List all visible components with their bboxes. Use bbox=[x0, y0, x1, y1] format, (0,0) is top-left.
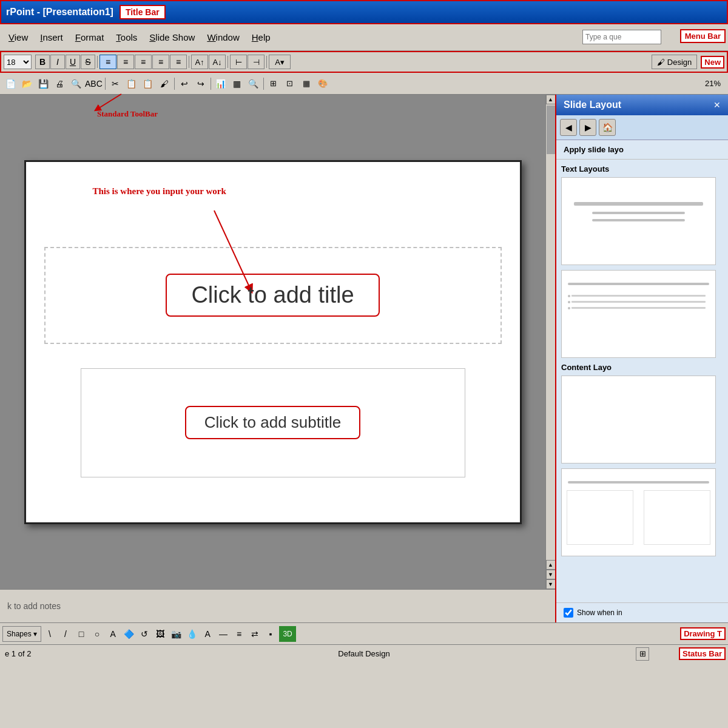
apply-layout-label: Apply slide layo bbox=[556, 140, 728, 160]
slide-panel: This is where you input your work bbox=[0, 95, 555, 622]
slide-canvas[interactable]: This is where you input your work bbox=[24, 160, 522, 524]
save-button[interactable]: 💾 bbox=[35, 76, 51, 92]
status-bar: e 1 of 2 Default Design ⊞ Status Bar bbox=[0, 644, 728, 662]
arrow-tool-button[interactable]: / bbox=[58, 626, 73, 642]
shadow-button[interactable]: ▪ bbox=[263, 626, 278, 642]
print-preview-button[interactable]: 🔍 bbox=[68, 76, 84, 92]
menu-item-help[interactable]: Help bbox=[246, 30, 277, 45]
bold-button[interactable]: B bbox=[35, 55, 50, 69]
insert-table-button[interactable]: ▦ bbox=[229, 76, 245, 92]
decrease-font-button[interactable]: A↓ bbox=[209, 55, 226, 69]
font-color-draw-button[interactable]: A bbox=[200, 626, 215, 642]
justify-button[interactable]: ≡ bbox=[152, 55, 169, 69]
scroll-up-small[interactable]: ▲ bbox=[546, 560, 556, 570]
print-button[interactable]: 🖨 bbox=[52, 76, 67, 92]
formatting-toolbar: 18 B I U S ≡ ≡ ≡ ≡ ≡ A↑ A↓ ⊢ ⊣ A▾ 🖌 Desi… bbox=[0, 51, 728, 73]
layout-thumbnail-two-content[interactable] bbox=[561, 468, 716, 556]
layout-thumbnail-title[interactable] bbox=[561, 177, 716, 265]
menu-item-format[interactable]: Format bbox=[69, 30, 110, 45]
find-button[interactable]: 🔍 bbox=[246, 76, 261, 92]
cut-button[interactable]: ✂ bbox=[107, 76, 123, 92]
dash-style-button[interactable]: ≡ bbox=[232, 626, 246, 642]
align-right-button[interactable]: ≡ bbox=[135, 55, 152, 69]
wordart-button[interactable]: 🔷 bbox=[121, 626, 136, 642]
collapse-button[interactable]: ⊡ bbox=[282, 76, 298, 92]
line-style-button[interactable]: — bbox=[216, 626, 231, 642]
nav-back-button[interactable]: ◀ bbox=[560, 119, 577, 136]
zoom-display: 21% bbox=[705, 79, 726, 88]
open-button[interactable]: 📂 bbox=[19, 76, 35, 92]
underline-button[interactable]: U bbox=[66, 55, 80, 69]
paste-button[interactable]: 📋 bbox=[140, 76, 156, 92]
design-button[interactable]: 🖌 Design bbox=[652, 55, 697, 69]
arrow-style-button[interactable]: ⇄ bbox=[248, 626, 262, 642]
insert-clipart-button[interactable]: 🖼 bbox=[153, 626, 167, 642]
increase-font-button[interactable]: A↑ bbox=[191, 55, 208, 69]
format-painter-button[interactable]: 🖌 bbox=[157, 76, 172, 92]
rotate-button[interactable]: ↺ bbox=[137, 626, 152, 642]
insert-picture-button[interactable]: 📷 bbox=[169, 626, 183, 642]
3d-effect-button[interactable]: 3D bbox=[279, 626, 296, 642]
vertical-scrollbar[interactable]: ▲ ▲ ▼ ▼ bbox=[545, 95, 555, 589]
scroll-down-button[interactable]: ▼ bbox=[546, 579, 556, 589]
menu-item-slideshow[interactable]: Slide Show bbox=[143, 30, 201, 45]
insert-chart-button[interactable]: 📊 bbox=[213, 76, 229, 92]
nav-forward-button[interactable]: ▶ bbox=[579, 119, 596, 136]
redo-button[interactable]: ↪ bbox=[193, 76, 209, 92]
scroll-up-button[interactable]: ▲ bbox=[546, 95, 556, 104]
show-when-row: Show when in bbox=[556, 602, 728, 622]
align-left-button[interactable]: ≡ bbox=[99, 55, 116, 69]
subtitle-placeholder[interactable]: Click to add subtitle bbox=[81, 368, 465, 477]
view-icon-button[interactable]: ⊞ bbox=[636, 647, 649, 661]
strikethrough-button[interactable]: S bbox=[81, 55, 95, 69]
title-text-box[interactable]: Click to add title bbox=[166, 274, 379, 317]
panel-nav: ◀ ▶ 🏠 bbox=[556, 115, 728, 140]
subtitle-text-box[interactable]: Click to add subtitle bbox=[185, 406, 360, 439]
design-name: Default Design bbox=[338, 649, 389, 658]
line-tool-button[interactable]: \ bbox=[42, 626, 57, 642]
scroll-down-small[interactable]: ▼ bbox=[546, 570, 556, 579]
text-layouts-label: Text Layouts bbox=[561, 164, 723, 174]
rectangle-tool-button[interactable]: □ bbox=[74, 626, 89, 642]
outdent-button[interactable]: ⊣ bbox=[248, 55, 265, 69]
status-bar-label: Status Bar bbox=[679, 647, 726, 660]
ellipse-tool-button[interactable]: ○ bbox=[90, 626, 104, 642]
menu-bar: View Insert Format Tools Slide Show Wind… bbox=[0, 24, 728, 51]
indent-button[interactable]: ⊢ bbox=[230, 55, 247, 69]
grid-button[interactable]: ▦ bbox=[298, 76, 314, 92]
show-when-checkbox[interactable] bbox=[564, 608, 573, 618]
italic-button[interactable]: I bbox=[50, 55, 65, 69]
fill-color-button[interactable]: 💧 bbox=[184, 626, 199, 642]
show-when-label: Show when in bbox=[577, 608, 622, 617]
font-color-button[interactable]: A▾ bbox=[269, 55, 291, 69]
slide-count: e 1 of 2 bbox=[5, 649, 31, 658]
text-layouts-section: Text Layouts bbox=[561, 164, 723, 358]
layout-thumbnail-blank[interactable] bbox=[561, 376, 716, 463]
slide-canvas-wrapper[interactable]: This is where you input your work bbox=[0, 95, 545, 589]
new-file-button[interactable]: 📄 bbox=[2, 76, 18, 92]
undo-button[interactable]: ↩ bbox=[177, 76, 192, 92]
copy-button[interactable]: 📋 bbox=[124, 76, 140, 92]
menu-item-view[interactable]: View bbox=[2, 30, 34, 45]
text-box-tool-button[interactable]: A bbox=[106, 626, 120, 642]
close-panel-button[interactable]: ✕ bbox=[713, 100, 721, 110]
expand-button[interactable]: ⊞ bbox=[266, 76, 281, 92]
shapes-dropdown-button[interactable]: Shapes ▾ bbox=[2, 626, 41, 642]
menu-item-tools[interactable]: Tools bbox=[110, 30, 143, 45]
layout-thumbnail-content[interactable] bbox=[561, 270, 716, 358]
color-scheme-button[interactable]: 🎨 bbox=[315, 76, 331, 92]
bullet-list-button[interactable]: ≡ bbox=[170, 55, 187, 69]
nav-home-button[interactable]: 🏠 bbox=[599, 119, 616, 136]
app-title: rPoint - [Presentation1] bbox=[6, 7, 113, 18]
font-size-select[interactable]: 18 bbox=[4, 55, 32, 69]
title-placeholder[interactable]: Click to add title bbox=[44, 247, 502, 344]
menu-item-window[interactable]: Window bbox=[201, 30, 245, 45]
scroll-thumb[interactable] bbox=[547, 106, 555, 154]
spell-check-button[interactable]: ABC bbox=[84, 76, 103, 92]
right-panel-header: Slide Layout ✕ bbox=[556, 95, 728, 115]
notes-area[interactable]: k to add notes bbox=[0, 589, 555, 622]
menu-item-insert[interactable]: Insert bbox=[34, 30, 69, 45]
layout-scroll[interactable]: Text Layouts bbox=[556, 160, 728, 602]
search-input[interactable] bbox=[582, 30, 661, 44]
align-center-button[interactable]: ≡ bbox=[117, 55, 134, 69]
